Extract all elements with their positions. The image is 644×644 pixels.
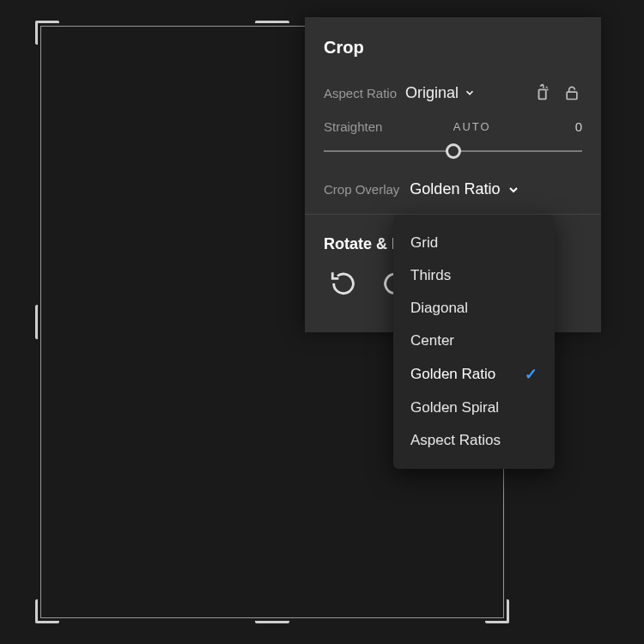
check-icon: ✓ <box>525 365 538 384</box>
crop-overlay-menu: GridThirdsDiagonalCenterGolden Ratio✓Gol… <box>393 215 555 469</box>
crop-handle-bottom[interactable] <box>255 615 289 623</box>
crop-overlay-value: Golden Ratio <box>410 180 500 198</box>
rotate-ccw-button[interactable] <box>329 269 358 298</box>
svg-point-3 <box>337 291 339 293</box>
aspect-ratio-value: Original <box>405 84 459 102</box>
aspect-ratio-label: Aspect Ratio <box>324 86 397 100</box>
crop-handle-bottom-right[interactable] <box>485 599 509 623</box>
chevron-down-icon <box>507 183 520 197</box>
overlay-option-label: Golden Ratio <box>410 366 495 383</box>
overlay-option[interactable]: Center <box>393 325 555 357</box>
overlay-option[interactable]: Golden Ratio✓ <box>393 357 555 392</box>
straighten-label: Straighten <box>324 119 382 134</box>
straighten-slider[interactable] <box>324 141 582 161</box>
overlay-option[interactable]: Golden Spiral <box>393 392 555 424</box>
overlay-option-label: Golden Spiral <box>410 399 499 416</box>
crop-handle-top[interactable] <box>255 21 289 29</box>
aspect-ratio-dropdown[interactable]: Original <box>405 84 476 102</box>
crop-handle-top-left[interactable] <box>35 21 59 45</box>
svg-point-4 <box>334 288 336 289</box>
straighten-value: 0 <box>562 119 582 134</box>
lock-aspect-icon[interactable] <box>562 82 582 104</box>
straighten-auto-button[interactable]: AUTO <box>453 120 491 133</box>
crop-handle-bottom-left[interactable] <box>35 599 59 623</box>
panel-title: Crop <box>324 38 582 58</box>
overlay-option[interactable]: Diagonal <box>393 292 555 325</box>
svg-rect-1 <box>567 92 577 99</box>
overlay-option-label: Aspect Ratios <box>410 432 501 449</box>
slider-knob[interactable] <box>446 143 461 159</box>
crop-overlay-label: Crop Overlay <box>324 182 399 197</box>
overlay-option-label: Center <box>410 332 454 349</box>
overlay-option[interactable]: Thirds <box>393 259 555 292</box>
rotate-crop-icon[interactable] <box>532 82 555 104</box>
overlay-option[interactable]: Grid <box>393 227 555 259</box>
overlay-option-label: Thirds <box>410 267 451 284</box>
chevron-down-icon <box>464 87 476 99</box>
crop-overlay-dropdown[interactable]: Golden Ratio <box>410 180 520 198</box>
crop-handle-left[interactable] <box>35 305 44 339</box>
crop-panel: Crop Aspect Ratio Original Straighten AU… <box>305 17 601 332</box>
overlay-option-label: Diagonal <box>410 300 468 317</box>
overlay-option[interactable]: Aspect Ratios <box>393 424 555 457</box>
svg-rect-0 <box>539 89 546 99</box>
overlay-option-label: Grid <box>410 234 438 252</box>
svg-point-2 <box>343 292 344 294</box>
